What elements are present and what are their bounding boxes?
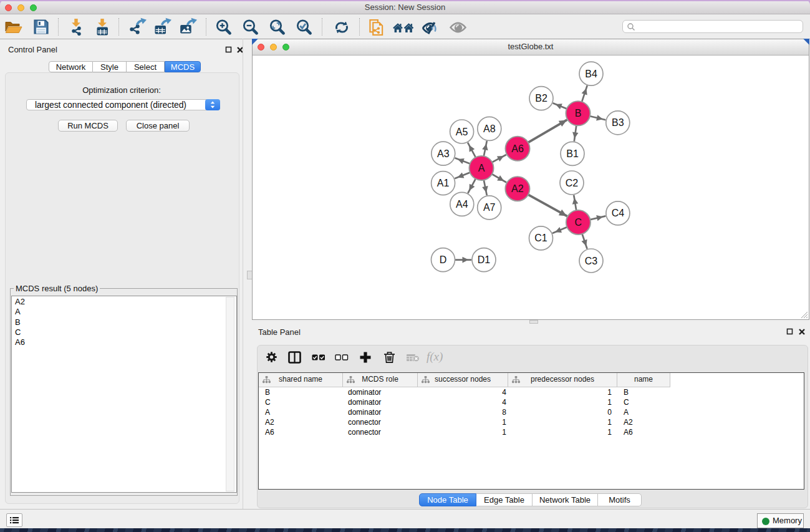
svg-text:C4: C4 (612, 208, 625, 218)
svg-text:A4: A4 (456, 199, 468, 210)
svg-text:A: A (478, 163, 485, 173)
svg-text:D1: D1 (478, 254, 491, 265)
svg-text:A7: A7 (483, 202, 496, 213)
svg-text:A2: A2 (511, 183, 524, 194)
svg-text:A3: A3 (437, 148, 450, 159)
svg-text:C2: C2 (566, 178, 579, 188)
svg-text:B: B (575, 108, 582, 118)
svg-text:C1: C1 (534, 233, 547, 243)
svg-text:C: C (575, 217, 582, 228)
svg-text:A8: A8 (483, 123, 496, 134)
svg-text:B2: B2 (535, 93, 547, 104)
svg-text:B3: B3 (612, 117, 624, 128)
svg-text:A1: A1 (437, 178, 450, 188)
svg-text:A6: A6 (511, 143, 524, 154)
svg-text:A5: A5 (456, 127, 468, 137)
svg-text:D: D (440, 254, 447, 265)
svg-text:B4: B4 (585, 69, 597, 79)
svg-text:C3: C3 (585, 256, 598, 266)
svg-text:B1: B1 (566, 148, 579, 159)
